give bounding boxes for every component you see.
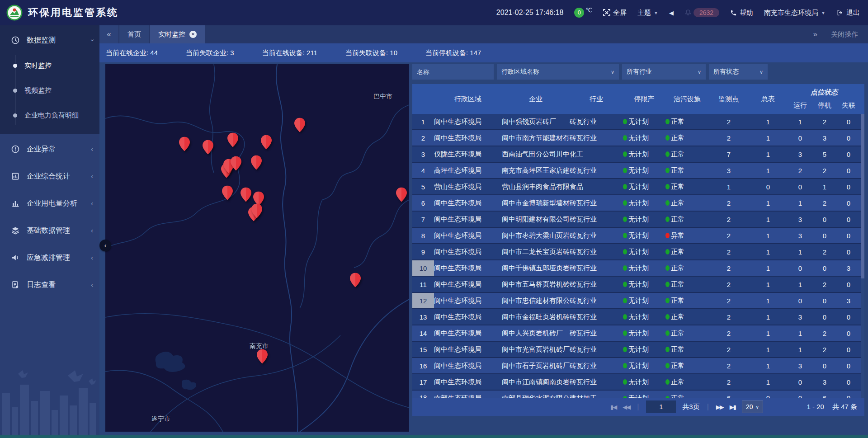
table-row[interactable]: 13阆中生态环境局阆中市金福旺页岩机砖砖瓦行业无计划正常21300 <box>412 309 861 325</box>
region-cell: 阆中生态环境局 <box>434 264 502 273</box>
status-text: 无计划 <box>628 199 649 207</box>
first-page-button[interactable]: ▮◀ <box>610 404 616 410</box>
tabs-scroll-left-button[interactable]: « <box>99 25 118 43</box>
status-dot-icon <box>665 363 670 368</box>
table-row[interactable]: 2阆中生态环境局阆中市南方节能建材有砖瓦行业无计划正常21030 <box>412 130 861 146</box>
table-row[interactable]: 11阆中生态环境局阆中市五马桥页岩机砖砖瓦行业无计划正常21120 <box>412 277 861 293</box>
region-cell: 阆中生态环境局 <box>434 378 502 386</box>
company-cell: 阆中市江南镇阆南页岩 <box>502 378 570 386</box>
sidebar-subitem-power-load-detail[interactable]: 企业电力负荷明细 <box>0 103 99 128</box>
sidebar-subitem-video-monitoring[interactable]: 视频监控 <box>0 78 99 103</box>
value-cell: 2 <box>813 248 836 256</box>
table-row[interactable]: 5营山生态环境局营山县润丰肉食品有限食品无计划正常10010 <box>412 179 861 195</box>
table-row[interactable]: 10阆中生态环境局阆中千佛镇五郎垭页岩砖瓦行业无计划正常21003 <box>412 260 861 277</box>
value-cell: 0 <box>836 330 861 337</box>
chevron-down-icon: ∨ <box>756 405 759 410</box>
page-size-select[interactable]: 20 ∨ <box>742 400 763 413</box>
map-pin-icon[interactable] <box>350 273 361 287</box>
table-row[interactable]: 1阆中生态环境局阆中强锐页岩砖厂砖瓦行业无计划正常21120 <box>412 114 861 130</box>
table-row[interactable]: 14阆中生态环境局阆中大兴页岩机砖厂砖瓦行业无计划正常21120 <box>412 325 861 342</box>
pagination-controls: ▮◀ ◀◀ | 共3页 | ▶▶ ▶▮ 20 ∨ <box>610 400 763 413</box>
map-pin-icon[interactable] <box>203 140 213 154</box>
sidebar-item-log-view[interactable]: 日志查看‹ <box>0 273 99 297</box>
sidebar-item-emergency-reduction[interactable]: 应急减排管理‹ <box>0 245 99 270</box>
table-row[interactable]: 12阆中生态环境局阆中市忠信建材有限公砖瓦行业无计划正常21003 <box>412 293 861 309</box>
col-header-run: 运行 <box>788 101 813 110</box>
table-row[interactable]: 3仪陇生态环境局西南油气田分公司川中化工无计划正常71350 <box>412 146 861 163</box>
status-dot-icon <box>665 249 670 254</box>
chevron-left-icon: ‹ <box>91 173 93 180</box>
status-text: 无计划 <box>628 345 649 354</box>
status-text: 正常 <box>671 280 684 289</box>
region-cell: 阆中生态环境局 <box>434 248 502 256</box>
sidebar-item-data-monitoring[interactable]: 数据监测‹ <box>0 28 99 52</box>
help-button[interactable]: 帮助 <box>730 9 753 17</box>
industry-filter-select[interactable]: 所有行业 ∨ <box>622 64 706 80</box>
sidebar-item-basic-data-management[interactable]: 基础数据管理‹ <box>0 218 99 243</box>
value-cell: 1 <box>709 183 749 191</box>
tab-home[interactable]: 首页 <box>119 25 149 43</box>
map-pin-icon[interactable] <box>179 137 190 151</box>
table-row[interactable]: 8阆中生态环境局阆中市枣碧大梁山页岩砖瓦行业无计划异常21300 <box>412 228 861 244</box>
table-row[interactable]: 7阆中生态环境局阆中明阳建材有限公司砖瓦行业无计划正常21300 <box>412 212 861 228</box>
status-filter-select[interactable]: 所有状态 ∨ <box>709 64 768 80</box>
scrollbar-thumb[interactable] <box>861 114 864 278</box>
map-pin-icon[interactable] <box>294 118 305 132</box>
sidebar-collapse-button[interactable]: ‹ <box>99 240 111 251</box>
status-text: 无计划 <box>628 264 649 273</box>
tab-realtime-monitoring[interactable]: 实时监控 ✕ <box>150 25 205 43</box>
table-row[interactable]: 6阆中生态环境局阆中市金博瑞新型墙材砖瓦行业无计划正常21120 <box>412 195 861 212</box>
sound-toggle-button[interactable]: ◀ <box>669 9 674 16</box>
sidebar-item-power-usage-analysis[interactable]: 企业用电量分析‹ <box>0 191 99 216</box>
theme-dropdown[interactable]: 主题 ▼ <box>637 9 658 17</box>
table-scrollbar[interactable] <box>861 114 864 398</box>
logout-button[interactable]: 退出 <box>836 9 860 17</box>
map-pin-icon[interactable] <box>251 155 262 170</box>
row-index-cell: 13 <box>412 309 434 325</box>
map-pin-icon[interactable] <box>222 186 233 200</box>
org-name: 南充市生态环境局 <box>764 9 818 17</box>
tab-close-icon[interactable]: ✕ <box>189 31 197 38</box>
next-page-button[interactable]: ▶▶ <box>716 404 723 410</box>
status-cell: 正常 <box>665 199 709 207</box>
map-pin-icon[interactable] <box>251 204 262 218</box>
prev-page-button[interactable]: ◀◀ <box>623 404 630 410</box>
close-operations-button[interactable]: 关闭操作 <box>831 30 858 39</box>
map-pin-icon[interactable] <box>231 156 241 170</box>
name-filter-input[interactable] <box>412 64 494 80</box>
map-pin-icon[interactable] <box>227 133 238 147</box>
caret-down-icon: ▼ <box>654 10 658 15</box>
table-row[interactable]: 16阆中生态环境局阆中市石子页岩机砖厂砖瓦行业无计划正常21300 <box>412 358 861 374</box>
status-text: 正常 <box>671 394 684 398</box>
value-cell: 1 <box>788 199 813 207</box>
page-number-input[interactable] <box>646 400 676 413</box>
last-page-button[interactable]: ▶▮ <box>730 404 736 410</box>
col-header-index <box>412 84 434 114</box>
sidebar-item-enterprise-statistics[interactable]: 企业综合统计‹ <box>0 164 99 188</box>
status-text: 正常 <box>671 166 684 175</box>
value-cell: 1 <box>749 118 788 126</box>
sidebar-subitem-realtime-monitoring[interactable]: 实时监控 <box>0 53 99 78</box>
fullscreen-button[interactable]: 全屏 <box>603 9 627 17</box>
table-row[interactable]: 15阆中生态环境局阆中市光富页岩机砖厂砖瓦行业无计划正常21120 <box>412 342 861 358</box>
table-row[interactable]: 4高坪生态环境局南充市高坪区王家店建砖瓦行业无计划正常31220 <box>412 163 861 179</box>
notification-area[interactable]: 2632 <box>684 8 719 17</box>
status-cell: 无计划 <box>623 199 665 207</box>
table-row[interactable]: 9阆中生态环境局阆中市二龙长宝页岩砖砖瓦行业无计划正常21120 <box>412 244 861 260</box>
tabs-scroll-right-button[interactable]: » <box>813 30 817 39</box>
map-pin-icon[interactable] <box>241 188 251 202</box>
region-filter-select[interactable]: 行政区域名称 ∨ <box>497 64 619 80</box>
status-cell: 正常 <box>665 150 709 159</box>
map-pin-icon[interactable] <box>261 135 272 150</box>
table-row[interactable]: 18南部生态环境局南部县瑞华水泥有限公建材加工无计划正常60060 <box>412 391 861 398</box>
user-org-dropdown[interactable]: 南充市生态环境局 ▼ <box>764 9 826 17</box>
status-text: 正常 <box>671 215 684 224</box>
map-panel[interactable]: 巴中市南充市遂宁市 ‹ <box>105 64 409 432</box>
table-row[interactable]: 17阆中生态环境局阆中市江南镇阆南页岩砖瓦行业无计划正常21030 <box>412 374 861 391</box>
value-cell: 0 <box>836 281 861 288</box>
status-dot-icon <box>665 233 670 238</box>
company-cell: 南充市高坪区王家店建 <box>502 166 570 175</box>
map-pin-icon[interactable] <box>396 188 407 202</box>
sidebar-item-enterprise-abnormal[interactable]: 企业异常‹ <box>0 137 99 161</box>
map-pin-icon[interactable] <box>257 349 268 364</box>
